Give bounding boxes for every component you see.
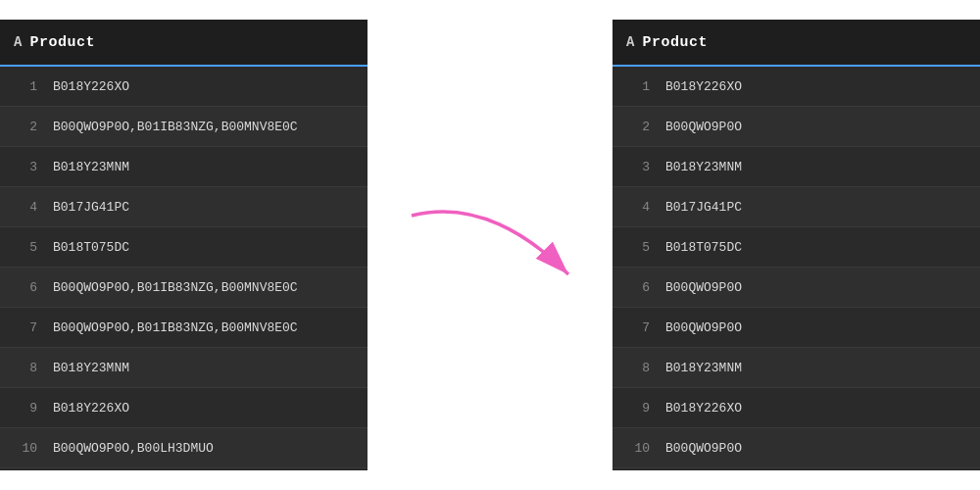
table-row: 7 B00QWO9P0O <box>612 308 980 348</box>
left-header-icon: A <box>14 34 22 50</box>
table-row: 5 B018T075DC <box>612 227 980 268</box>
row-value: B00QWO9P0O,B01IB83NZG,B00MNV8E0C <box>53 120 298 134</box>
main-container: A Product 1 B018Y226XO 2 B00QWO9P0O,B01I… <box>0 0 980 490</box>
row-value: B00QWO9P0O <box>665 120 742 134</box>
table-row: 6 B00QWO9P0O,B01IB83NZG,B00MNV8E0C <box>0 268 368 308</box>
row-number: 4 <box>14 200 37 215</box>
row-value: B00QWO9P0O <box>665 320 742 335</box>
left-table: A Product 1 B018Y226XO 2 B00QWO9P0O,B01I… <box>0 20 368 470</box>
right-table-header: A Product <box>612 20 980 67</box>
left-header-label: Product <box>29 34 95 51</box>
row-number: 3 <box>14 160 37 174</box>
row-value: B018Y23MNM <box>53 361 129 375</box>
row-number: 6 <box>626 280 650 295</box>
row-number: 10 <box>14 441 37 456</box>
right-header-icon: A <box>626 34 634 50</box>
row-number: 5 <box>14 240 37 255</box>
row-number: 9 <box>14 401 37 416</box>
table-row: 2 B00QWO9P0O <box>612 107 980 147</box>
table-row: 8 B018Y23MNM <box>0 348 368 388</box>
row-number: 2 <box>626 120 650 134</box>
row-value: B00QWO9P0O <box>665 441 742 456</box>
right-table-body: 1 B018Y226XO 2 B00QWO9P0O 3 B018Y23MNM 4… <box>612 67 980 468</box>
table-row: 1 B018Y226XO <box>612 67 980 107</box>
row-number: 1 <box>14 79 37 94</box>
table-row: 5 B018T075DC <box>0 227 368 268</box>
row-value: B00QWO9P0O,B01IB83NZG,B00MNV8E0C <box>53 320 298 335</box>
row-value: B00QWO9P0O,B01IB83NZG,B00MNV8E0C <box>53 280 298 295</box>
table-row: 9 B018Y226XO <box>612 388 980 428</box>
row-number: 9 <box>626 401 650 416</box>
table-row: 9 B018Y226XO <box>0 388 368 428</box>
table-row: 3 B018Y23MNM <box>612 147 980 187</box>
row-number: 1 <box>626 79 650 94</box>
row-value: B018Y226XO <box>665 79 742 94</box>
row-number: 10 <box>626 441 650 456</box>
row-value: B018Y23MNM <box>665 361 742 375</box>
transform-arrow <box>392 186 588 304</box>
row-number: 8 <box>14 361 37 375</box>
row-value: B018T075DC <box>665 240 742 255</box>
table-row: 3 B018Y23MNM <box>0 147 368 187</box>
table-row: 7 B00QWO9P0O,B01IB83NZG,B00MNV8E0C <box>0 308 368 348</box>
row-value: B018Y226XO <box>53 401 129 416</box>
row-number: 5 <box>626 240 650 255</box>
row-value: B00QWO9P0O <box>665 280 742 295</box>
table-row: 4 B017JG41PC <box>0 187 368 227</box>
row-number: 4 <box>626 200 650 215</box>
row-number: 2 <box>14 120 37 134</box>
table-row: 4 B017JG41PC <box>612 187 980 227</box>
row-value: B018Y23MNM <box>53 160 129 174</box>
row-value: B018Y226XO <box>665 401 742 416</box>
row-value: B017JG41PC <box>53 200 129 215</box>
row-value: B00QWO9P0O,B00LH3DMUO <box>53 441 214 456</box>
row-value: B018Y23MNM <box>665 160 742 174</box>
row-value: B018T075DC <box>53 240 129 255</box>
right-table: A Product 1 B018Y226XO 2 B00QWO9P0O 3 B0… <box>612 20 980 470</box>
right-header-label: Product <box>642 34 708 51</box>
table-row: 8 B018Y23MNM <box>612 348 980 388</box>
arrow-area <box>368 186 612 304</box>
table-row: 2 B00QWO9P0O,B01IB83NZG,B00MNV8E0C <box>0 107 368 147</box>
table-row: 10 B00QWO9P0O <box>612 428 980 468</box>
table-row: 10 B00QWO9P0O,B00LH3DMUO <box>0 428 368 468</box>
row-number: 7 <box>14 320 37 335</box>
left-table-body: 1 B018Y226XO 2 B00QWO9P0O,B01IB83NZG,B00… <box>0 67 368 468</box>
left-table-header: A Product <box>0 20 368 67</box>
row-number: 6 <box>14 280 37 295</box>
row-number: 3 <box>626 160 650 174</box>
row-value: B017JG41PC <box>665 200 742 215</box>
table-row: 6 B00QWO9P0O <box>612 268 980 308</box>
row-number: 7 <box>626 320 650 335</box>
table-row: 1 B018Y226XO <box>0 67 368 107</box>
row-number: 8 <box>626 361 650 375</box>
row-value: B018Y226XO <box>53 79 129 94</box>
